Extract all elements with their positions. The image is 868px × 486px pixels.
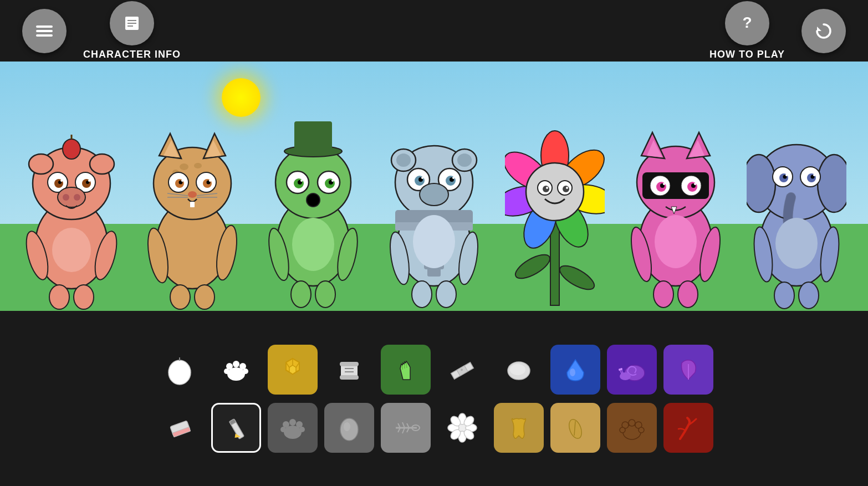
svg-point-201 bbox=[289, 419, 296, 426]
svg-point-228 bbox=[629, 420, 635, 426]
svg-marker-166 bbox=[289, 365, 296, 374]
svg-point-32 bbox=[154, 147, 231, 219]
svg-point-203 bbox=[280, 427, 286, 432]
item-flower2[interactable] bbox=[437, 403, 487, 453]
svg-point-13 bbox=[63, 139, 80, 159]
svg-point-224 bbox=[566, 417, 584, 440]
svg-rect-62 bbox=[291, 149, 335, 154]
svg-point-102 bbox=[512, 250, 554, 283]
svg-point-114 bbox=[543, 186, 549, 192]
svg-point-206 bbox=[344, 422, 350, 431]
svg-point-71 bbox=[307, 193, 320, 207]
svg-point-46 bbox=[181, 180, 183, 182]
svg-point-12 bbox=[90, 154, 114, 174]
character-pig[interactable] bbox=[16, 89, 127, 311]
svg-point-151 bbox=[775, 218, 818, 269]
item-bearpaw[interactable] bbox=[607, 403, 657, 453]
item-eraser[interactable] bbox=[155, 403, 205, 453]
svg-point-155 bbox=[799, 282, 819, 309]
svg-point-69 bbox=[300, 180, 303, 182]
svg-point-100 bbox=[413, 215, 455, 268]
svg-point-76 bbox=[292, 218, 334, 271]
svg-marker-8 bbox=[817, 27, 821, 31]
item-paw2[interactable] bbox=[268, 403, 318, 453]
svg-point-74 bbox=[291, 281, 311, 308]
item-seed[interactable] bbox=[550, 403, 600, 453]
svg-point-131 bbox=[663, 183, 665, 185]
item-honeycomb[interactable] bbox=[268, 345, 318, 395]
bottom-toolbar bbox=[0, 311, 868, 486]
svg-point-28 bbox=[49, 285, 69, 309]
item-waterdrop[interactable] bbox=[550, 345, 600, 395]
item-snail[interactable] bbox=[607, 345, 657, 395]
svg-point-149 bbox=[785, 174, 788, 176]
svg-point-137 bbox=[653, 281, 673, 308]
top-bar: CHARACTER INFO ? HOW TO PLAY bbox=[0, 0, 868, 62]
svg-point-117 bbox=[566, 187, 568, 189]
item-handprint[interactable] bbox=[381, 345, 431, 395]
svg-text:?: ? bbox=[742, 14, 752, 31]
character-info-button[interactable]: CHARACTER INFO bbox=[83, 1, 181, 60]
top-left-buttons: CHARACTER INFO bbox=[22, 1, 181, 60]
character-elephant[interactable] bbox=[741, 89, 852, 311]
svg-point-156 bbox=[169, 360, 191, 385]
svg-line-179 bbox=[406, 363, 407, 368]
svg-point-56 bbox=[170, 285, 190, 309]
character-info-label: CHARACTER INFO bbox=[83, 49, 181, 60]
svg-point-141 bbox=[747, 155, 775, 212]
svg-point-138 bbox=[678, 281, 698, 308]
svg-point-30 bbox=[52, 228, 91, 272]
svg-point-22 bbox=[88, 180, 90, 182]
how-to-play-button[interactable]: ? HOW TO PLAY bbox=[709, 1, 785, 60]
item-scroll[interactable] bbox=[324, 345, 374, 395]
svg-rect-0 bbox=[36, 25, 53, 28]
svg-point-103 bbox=[556, 261, 598, 294]
svg-rect-173 bbox=[340, 362, 359, 366]
svg-point-184 bbox=[510, 364, 525, 375]
how-to-play-label: HOW TO PLAY bbox=[709, 49, 785, 60]
character-flower[interactable] bbox=[499, 89, 610, 311]
item-apple[interactable] bbox=[155, 345, 205, 395]
svg-rect-174 bbox=[340, 375, 359, 380]
svg-point-99 bbox=[436, 281, 456, 308]
svg-point-48 bbox=[188, 191, 197, 198]
menu-button[interactable] bbox=[22, 9, 67, 53]
character-cat[interactable] bbox=[137, 89, 248, 311]
character-turtle[interactable] bbox=[258, 89, 369, 311]
svg-rect-1 bbox=[36, 30, 53, 32]
svg-point-24 bbox=[63, 194, 69, 201]
svg-point-29 bbox=[74, 285, 94, 309]
svg-point-82 bbox=[457, 154, 472, 167]
item-fishbone[interactable] bbox=[381, 403, 431, 453]
characters-container bbox=[0, 62, 868, 311]
svg-point-47 bbox=[209, 180, 211, 182]
svg-point-37 bbox=[180, 163, 188, 170]
character-bear[interactable] bbox=[379, 89, 489, 311]
svg-point-111 bbox=[526, 163, 584, 221]
svg-point-132 bbox=[694, 183, 696, 185]
svg-rect-61 bbox=[294, 121, 332, 152]
item-egg[interactable] bbox=[324, 403, 374, 453]
item-tooth[interactable] bbox=[494, 403, 544, 453]
character-cat-masked[interactable] bbox=[620, 89, 731, 311]
item-branch[interactable] bbox=[663, 403, 713, 453]
svg-point-150 bbox=[813, 174, 815, 176]
svg-point-98 bbox=[412, 281, 432, 308]
svg-rect-2 bbox=[36, 34, 53, 37]
svg-rect-4 bbox=[127, 20, 136, 21]
svg-rect-5 bbox=[127, 23, 136, 24]
item-leaf[interactable] bbox=[663, 345, 713, 395]
item-bandage[interactable] bbox=[437, 345, 487, 395]
svg-point-75 bbox=[315, 281, 335, 308]
svg-point-204 bbox=[299, 427, 305, 432]
svg-point-81 bbox=[396, 154, 411, 167]
item-pencil[interactable] bbox=[211, 403, 261, 453]
svg-point-134 bbox=[655, 215, 697, 268]
svg-point-25 bbox=[74, 194, 80, 201]
reset-button[interactable] bbox=[801, 9, 846, 53]
item-row-1 bbox=[155, 345, 713, 395]
svg-rect-49 bbox=[190, 202, 195, 207]
item-stone[interactable] bbox=[494, 345, 544, 395]
svg-point-23 bbox=[58, 187, 85, 207]
item-paw[interactable] bbox=[211, 345, 261, 395]
